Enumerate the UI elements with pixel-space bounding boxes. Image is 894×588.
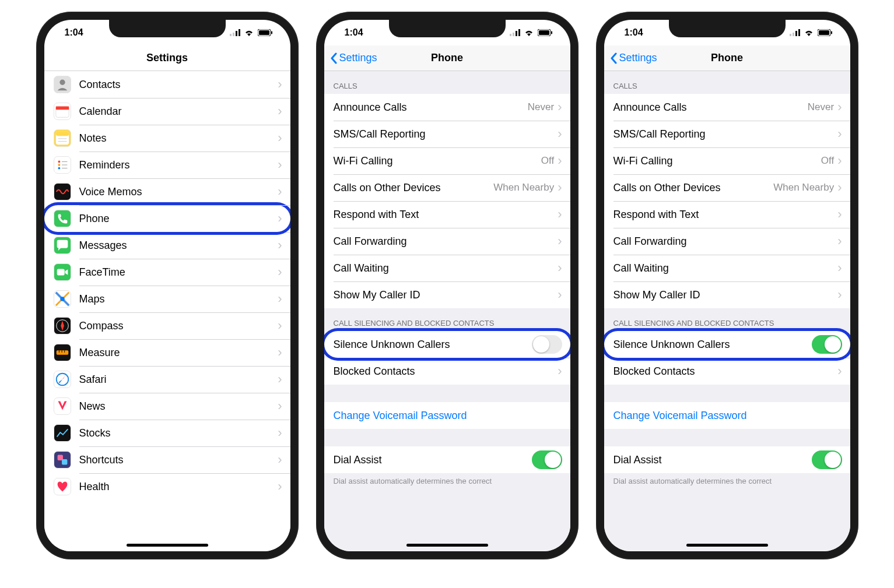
settings-row-facetime[interactable]: FaceTime› (44, 259, 290, 286)
settings-row-label: Notes (79, 132, 278, 145)
app-icon (54, 76, 71, 93)
wifi-icon (244, 29, 254, 36)
settings-row-label: Contacts (79, 79, 278, 91)
chevron-right-icon: › (837, 100, 842, 115)
phone-settings-content[interactable]: CALLSAnnounce CallsNever›SMS/Call Report… (604, 71, 850, 551)
status-icons (790, 29, 833, 36)
row-label: Show My Caller ID (334, 289, 558, 301)
chevron-right-icon: › (558, 153, 562, 168)
settings-row-label: Health (79, 481, 278, 493)
row-value: Off (821, 155, 834, 167)
row-silence-unknown-callers[interactable]: Silence Unknown Callers (324, 331, 570, 358)
chevron-right-icon: › (837, 153, 842, 168)
row-respond-with-text[interactable]: Respond with Text› (604, 201, 850, 228)
svg-rect-31 (510, 34, 511, 36)
settings-row-health[interactable]: Health› (44, 473, 290, 500)
dial-assist-footer: Dial assist automatically determines the… (324, 473, 570, 490)
phone-settings-content[interactable]: CALLSAnnounce CallsNever›SMS/Call Report… (324, 71, 570, 551)
row-label: Change Voicemail Password (334, 410, 562, 422)
app-icon (54, 210, 71, 227)
row-show-my-caller-id[interactable]: Show My Caller ID› (324, 281, 570, 308)
chevron-right-icon: › (837, 207, 842, 222)
settings-row-reminders[interactable]: Reminders› (44, 152, 290, 178)
chevron-right-icon: › (278, 265, 282, 280)
row-call-waiting[interactable]: Call Waiting› (324, 255, 570, 281)
wifi-icon (524, 29, 534, 36)
row-announce-calls[interactable]: Announce CallsNever› (324, 94, 570, 121)
row-wi-fi-calling[interactable]: Wi-Fi CallingOff› (604, 147, 850, 174)
chevron-right-icon: › (837, 287, 842, 302)
row-label: Blocked Contacts (613, 365, 838, 378)
row-sms-call-reporting[interactable]: SMS/Call Reporting› (324, 121, 570, 147)
settings-row-notes[interactable]: Notes› (44, 125, 290, 152)
row-label: Announce Calls (613, 101, 808, 114)
settings-row-contacts[interactable]: Contacts› (44, 71, 290, 98)
home-indicator[interactable] (686, 544, 768, 547)
row-blocked-contacts[interactable]: Blocked Contacts› (324, 358, 570, 385)
status-time: 1:04 (625, 27, 643, 38)
row-dial-assist[interactable]: Dial Assist (604, 446, 850, 473)
row-announce-calls[interactable]: Announce CallsNever› (604, 94, 850, 121)
row-call-waiting[interactable]: Call Waiting› (604, 255, 850, 281)
chevron-right-icon: › (558, 126, 562, 142)
settings-row-label: Messages (79, 240, 278, 252)
svg-rect-40 (795, 31, 797, 36)
app-icon (54, 237, 71, 254)
settings-row-news[interactable]: News› (44, 393, 290, 420)
settings-row-stocks[interactable]: Stocks› (44, 420, 290, 446)
row-blocked-contacts[interactable]: Blocked Contacts› (604, 358, 850, 385)
dial-assist-footer: Dial assist automatically determines the… (604, 473, 850, 490)
settings-row-label: Phone (79, 213, 278, 225)
chevron-right-icon: › (558, 260, 562, 276)
settings-row-label: FaceTime (79, 266, 278, 279)
row-calls-on-other-devices[interactable]: Calls on Other DevicesWhen Nearby› (324, 174, 570, 201)
row-label: Dial Assist (613, 454, 812, 466)
row-change-voicemail-password[interactable]: Change Voicemail Password (604, 402, 850, 429)
home-indicator[interactable] (127, 544, 208, 547)
settings-row-shortcuts[interactable]: Shortcuts› (44, 446, 290, 473)
settings-row-maps[interactable]: Maps› (44, 286, 290, 312)
app-icon (54, 424, 71, 442)
row-call-forwarding[interactable]: Call Forwarding› (324, 228, 570, 255)
settings-row-compass[interactable]: Compass› (44, 312, 290, 339)
notch (389, 20, 506, 37)
home-indicator[interactable] (406, 544, 488, 547)
row-wi-fi-calling[interactable]: Wi-Fi CallingOff› (324, 147, 570, 174)
app-icon (54, 103, 71, 120)
settings-row-safari[interactable]: Safari› (44, 366, 290, 393)
toggle-dial-assist[interactable] (532, 450, 562, 469)
row-dial-assist[interactable]: Dial Assist (324, 446, 570, 473)
settings-row-measure[interactable]: Measure› (44, 339, 290, 366)
svg-rect-37 (551, 31, 552, 34)
toggle-dial-assist[interactable] (812, 450, 842, 469)
settings-row-calendar[interactable]: Calendar› (44, 98, 290, 125)
row-label: Calls on Other Devices (613, 182, 774, 194)
settings-row-phone[interactable]: Phone› (44, 205, 290, 232)
settings-row-voice-memos[interactable]: Voice Memos› (44, 178, 290, 205)
row-sms-call-reporting[interactable]: SMS/Call Reporting› (604, 121, 850, 147)
nav-bar: Settings (44, 45, 290, 71)
settings-list[interactable]: Contacts›Calendar›Notes›Reminders›Voice … (44, 71, 290, 551)
settings-row-label: Safari (79, 374, 278, 386)
svg-rect-0 (230, 34, 232, 36)
chevron-right-icon: › (278, 211, 282, 226)
chevron-right-icon: › (278, 372, 282, 387)
svg-rect-39 (793, 33, 794, 36)
svg-rect-43 (819, 30, 829, 35)
row-call-forwarding[interactable]: Call Forwarding› (604, 228, 850, 255)
phone-frame-1: 1:04 Settings Contacts›Calendar›Notes›Re… (36, 12, 299, 559)
row-respond-with-text[interactable]: Respond with Text› (324, 201, 570, 228)
chevron-right-icon: › (837, 364, 842, 379)
row-show-my-caller-id[interactable]: Show My Caller ID› (604, 281, 850, 308)
svg-rect-6 (271, 31, 272, 34)
row-silence-unknown-callers[interactable]: Silence Unknown Callers (604, 331, 850, 358)
row-calls-on-other-devices[interactable]: Calls on Other DevicesWhen Nearby› (604, 174, 850, 201)
svg-rect-38 (790, 34, 791, 36)
row-label: Respond with Text (334, 209, 558, 221)
toggle-silence-unknown[interactable] (532, 335, 562, 354)
settings-row-messages[interactable]: Messages› (44, 232, 290, 259)
row-change-voicemail-password[interactable]: Change Voicemail Password (324, 402, 570, 429)
toggle-silence-unknown[interactable] (812, 335, 842, 354)
row-label: Call Forwarding (613, 235, 838, 248)
section-header-calls: CALLS (604, 71, 850, 94)
